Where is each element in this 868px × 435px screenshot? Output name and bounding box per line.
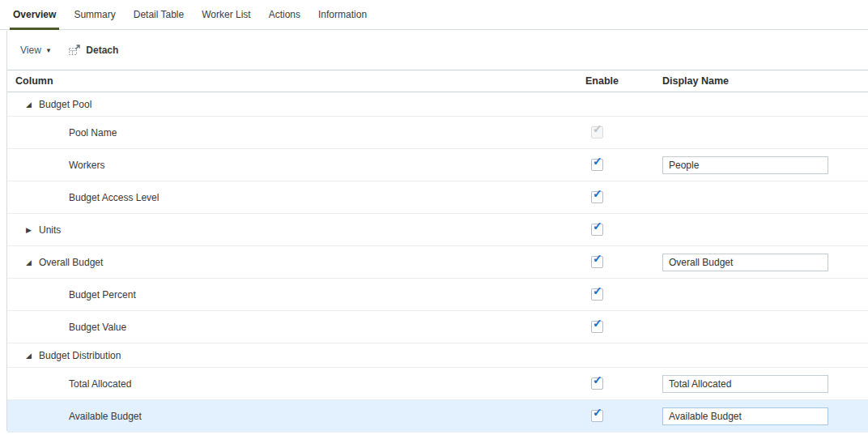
tab-worker-list[interactable]: Worker List (198, 0, 253, 29)
collapse-triangle-icon[interactable]: ◢ (24, 352, 33, 360)
checkmark-icon: ✓ (593, 188, 602, 199)
enable-checkbox[interactable]: ✓ (591, 288, 603, 301)
display-name-input[interactable] (662, 254, 828, 271)
row-label: Units (39, 224, 61, 236)
table-row-budget-percent[interactable]: Budget Percent✓ (7, 279, 868, 311)
tab-summary[interactable]: Summary (70, 0, 118, 29)
checkmark-icon: ✓ (593, 374, 602, 386)
collapse-triangle-icon[interactable]: ◢ (24, 258, 33, 267)
table-toolbar: View ▾ Detach (7, 31, 868, 70)
checkmark-icon: ✓ (593, 156, 602, 167)
manage-columns-page: { "tabs": [ {"label": "Overview", "activ… (0, 0, 868, 435)
tree-cell: Budget Percent (7, 289, 585, 301)
tree-cell: ◢Budget Distribution (7, 350, 585, 361)
enable-checkbox[interactable]: ✓ (591, 224, 603, 236)
display-name-input[interactable] (662, 407, 828, 425)
display-name-cell (662, 156, 868, 174)
display-name-cell (662, 254, 868, 271)
display-name-input[interactable] (662, 375, 828, 393)
tree-cell: ◢Budget Pool (7, 99, 585, 110)
row-label: Budget Distribution (39, 350, 121, 361)
tab-detail-table[interactable]: Detail Table (130, 0, 187, 29)
tree-cell: Budget Value (7, 322, 585, 333)
chevron-down-icon: ▾ (47, 46, 51, 54)
table-row-pool-name[interactable]: Pool Name✓ (7, 117, 868, 149)
table-row-budget-pool[interactable]: ◢Budget Pool (7, 92, 868, 117)
table-body: ◢Budget PoolPool Name✓Workers✓Budget Acc… (7, 92, 868, 433)
enable-checkbox[interactable]: ✓ (591, 377, 603, 390)
tree-cell: Budget Access Level (7, 192, 585, 203)
checkmark-icon: ✓ (593, 318, 602, 329)
table-row-budget-distribution[interactable]: ◢Budget Distribution (7, 343, 868, 368)
enable-cell: ✓ (585, 256, 662, 268)
display-name-header: Display Name (662, 75, 868, 87)
checkmark-icon: ✓ (593, 123, 602, 134)
enable-cell: ✓ (585, 224, 662, 236)
tree-cell: ◢Overall Budget (7, 257, 585, 268)
row-label: Workers (69, 160, 104, 171)
tree-cell: ▶Units (7, 224, 585, 236)
tree-cell: Pool Name (7, 127, 585, 139)
detach-window-icon (68, 45, 81, 57)
row-label: Overall Budget (39, 257, 103, 268)
row-label: Budget Value (69, 322, 126, 333)
enable-cell: ✓ (585, 159, 662, 171)
row-label: Budget Percent (69, 289, 136, 301)
enable-checkbox: ✓ (591, 126, 603, 139)
enable-checkbox[interactable]: ✓ (591, 256, 603, 268)
enable-checkbox[interactable]: ✓ (591, 159, 603, 171)
expand-triangle-icon[interactable]: ▶ (24, 226, 33, 234)
row-label: Total Allocated (69, 378, 131, 390)
view-menu-button[interactable]: View ▾ (20, 45, 50, 56)
tab-actions[interactable]: Actions (266, 0, 304, 29)
checkmark-icon: ✓ (593, 407, 602, 418)
tree-cell: Available Budget (7, 411, 585, 422)
tab-strip: OverviewSummaryDetail TableWorker ListAc… (0, 0, 868, 30)
tab-overview[interactable]: Overview (10, 0, 59, 29)
enable-cell: ✓ (585, 191, 662, 203)
row-label: Budget Access Level (69, 192, 159, 203)
enable-checkbox[interactable]: ✓ (591, 410, 603, 422)
tree-cell: Total Allocated (7, 378, 585, 390)
manage-columns-panel: View ▾ Detach Column Enable Display Name… (6, 31, 868, 431)
tree-cell: Workers (7, 160, 585, 171)
table-row-overall-budget[interactable]: ◢Overall Budget✓ (7, 246, 868, 279)
row-label: Available Budget (69, 411, 142, 422)
checkmark-icon: ✓ (593, 253, 602, 264)
display-name-cell (662, 375, 868, 393)
enable-header: Enable (585, 75, 662, 87)
enable-cell: ✓ (585, 288, 662, 301)
table-row-total-allocated[interactable]: Total Allocated✓ (7, 368, 868, 400)
table-header-row: Column Enable Display Name (7, 70, 868, 92)
checkmark-icon: ✓ (593, 285, 602, 296)
enable-checkbox[interactable]: ✓ (591, 191, 603, 203)
checkmark-icon: ✓ (593, 220, 602, 232)
view-menu-label: View (20, 45, 41, 56)
enable-checkbox[interactable]: ✓ (591, 321, 603, 333)
column-header: Column (7, 75, 585, 87)
tab-information[interactable]: Information (315, 0, 370, 29)
table-row-budget-value[interactable]: Budget Value✓ (7, 311, 868, 343)
table-row-available-budget[interactable]: Available Budget✓ (7, 400, 868, 433)
display-name-input[interactable] (662, 156, 828, 174)
row-label: Budget Pool (39, 99, 91, 110)
table-row-units[interactable]: ▶Units✓ (7, 214, 868, 246)
enable-cell: ✓ (585, 126, 662, 139)
detach-button-label: Detach (86, 45, 118, 56)
table-row-budget-access-level[interactable]: Budget Access Level✓ (7, 181, 868, 214)
enable-cell: ✓ (585, 410, 662, 422)
enable-cell: ✓ (585, 321, 662, 333)
collapse-triangle-icon[interactable]: ◢ (24, 100, 33, 109)
row-label: Pool Name (69, 127, 117, 139)
detach-button[interactable]: Detach (68, 45, 118, 57)
display-name-cell (662, 407, 868, 425)
table-row-workers[interactable]: Workers✓ (7, 149, 868, 181)
enable-cell: ✓ (585, 377, 662, 390)
